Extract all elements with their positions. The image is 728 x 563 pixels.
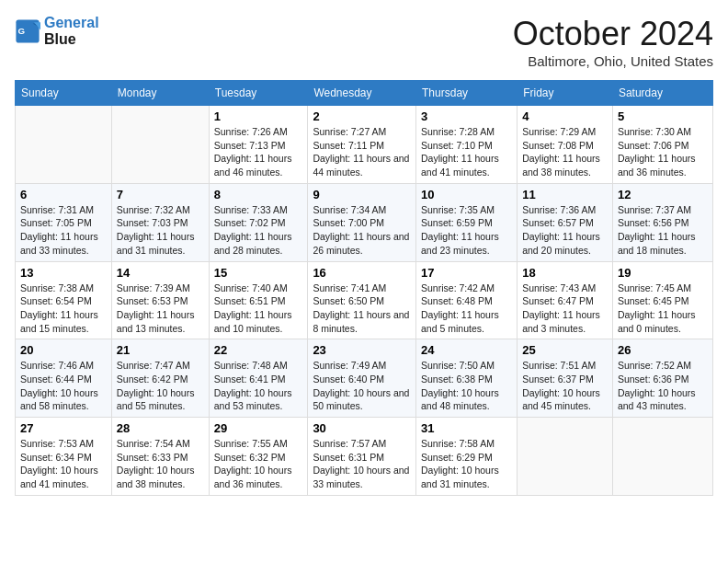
daylight-text: Daylight: 11 hours and 0 minutes. bbox=[618, 309, 696, 334]
day-info: Sunrise: 7:40 AM Sunset: 6:51 PM Dayligh… bbox=[214, 282, 303, 336]
sunrise-text: Sunrise: 7:47 AM bbox=[117, 360, 190, 371]
day-number: 1 bbox=[214, 109, 303, 123]
calendar-cell bbox=[111, 106, 209, 184]
sunset-text: Sunset: 6:37 PM bbox=[522, 373, 594, 385]
sunset-text: Sunset: 6:54 PM bbox=[20, 295, 92, 306]
calendar-cell: 3 Sunrise: 7:28 AM Sunset: 7:10 PM Dayli… bbox=[416, 106, 518, 184]
daylight-text: Daylight: 11 hours and 20 minutes. bbox=[522, 231, 600, 256]
calendar-cell bbox=[612, 418, 712, 496]
sunset-text: Sunset: 6:53 PM bbox=[117, 295, 188, 306]
day-info: Sunrise: 7:33 AM Sunset: 7:02 PM Dayligh… bbox=[214, 203, 303, 258]
sunrise-text: Sunrise: 7:36 AM bbox=[522, 204, 596, 215]
location: Baltimore, Ohio, United States bbox=[513, 53, 713, 69]
day-number: 2 bbox=[313, 109, 411, 123]
day-number: 21 bbox=[117, 343, 204, 357]
daylight-text: Daylight: 10 hours and 36 minutes. bbox=[214, 465, 292, 489]
day-info: Sunrise: 7:39 AM Sunset: 6:53 PM Dayligh… bbox=[117, 282, 204, 336]
day-info: Sunrise: 7:29 AM Sunset: 7:08 PM Dayligh… bbox=[522, 125, 608, 179]
sunrise-text: Sunrise: 7:50 AM bbox=[421, 360, 495, 371]
sunset-text: Sunset: 6:59 PM bbox=[421, 217, 493, 228]
sunset-text: Sunset: 7:06 PM bbox=[618, 140, 689, 151]
day-info: Sunrise: 7:43 AM Sunset: 6:47 PM Dayligh… bbox=[522, 282, 608, 336]
calendar-cell: 16 Sunrise: 7:41 AM Sunset: 6:50 PM Dayl… bbox=[308, 261, 416, 339]
day-info: Sunrise: 7:47 AM Sunset: 6:42 PM Dayligh… bbox=[117, 359, 204, 413]
daylight-text: Daylight: 10 hours and 55 minutes. bbox=[117, 387, 195, 412]
sunset-text: Sunset: 6:33 PM bbox=[117, 452, 188, 463]
sunrise-text: Sunrise: 7:49 AM bbox=[313, 360, 386, 371]
month-title: October 2024 bbox=[513, 15, 713, 53]
sunset-text: Sunset: 6:44 PM bbox=[20, 373, 92, 385]
sunset-text: Sunset: 7:11 PM bbox=[313, 140, 384, 151]
day-number: 29 bbox=[214, 421, 303, 435]
calendar-cell: 8 Sunrise: 7:33 AM Sunset: 7:02 PM Dayli… bbox=[209, 183, 308, 261]
sunrise-text: Sunrise: 7:53 AM bbox=[20, 438, 94, 449]
day-number: 13 bbox=[20, 266, 107, 280]
day-info: Sunrise: 7:50 AM Sunset: 6:38 PM Dayligh… bbox=[421, 359, 512, 413]
day-number: 5 bbox=[618, 109, 708, 123]
sunrise-text: Sunrise: 7:29 AM bbox=[522, 126, 596, 137]
sunrise-text: Sunrise: 7:42 AM bbox=[421, 282, 495, 293]
sunrise-text: Sunrise: 7:35 AM bbox=[421, 204, 495, 215]
day-number: 19 bbox=[618, 266, 708, 280]
sunset-text: Sunset: 7:03 PM bbox=[117, 217, 188, 228]
daylight-text: Daylight: 11 hours and 26 minutes. bbox=[313, 231, 409, 256]
weekday-header: Monday bbox=[111, 81, 209, 106]
sunrise-text: Sunrise: 7:57 AM bbox=[313, 438, 386, 449]
sunset-text: Sunset: 6:48 PM bbox=[421, 295, 493, 306]
calendar-cell: 26 Sunrise: 7:52 AM Sunset: 6:36 PM Dayl… bbox=[612, 339, 712, 418]
weekday-header: Sunday bbox=[16, 81, 112, 106]
calendar-row: 20 Sunrise: 7:46 AM Sunset: 6:44 PM Dayl… bbox=[16, 339, 713, 418]
calendar-cell: 13 Sunrise: 7:38 AM Sunset: 6:54 PM Dayl… bbox=[16, 261, 112, 339]
daylight-text: Daylight: 11 hours and 41 minutes. bbox=[421, 153, 499, 178]
day-number: 17 bbox=[421, 266, 512, 280]
daylight-text: Daylight: 10 hours and 38 minutes. bbox=[117, 465, 195, 489]
sunrise-text: Sunrise: 7:54 AM bbox=[117, 438, 190, 449]
sunrise-text: Sunrise: 7:33 AM bbox=[214, 204, 288, 215]
calendar-cell: 6 Sunrise: 7:31 AM Sunset: 7:05 PM Dayli… bbox=[16, 183, 112, 261]
day-info: Sunrise: 7:31 AM Sunset: 7:05 PM Dayligh… bbox=[20, 203, 107, 258]
sunrise-text: Sunrise: 7:38 AM bbox=[20, 282, 94, 293]
day-info: Sunrise: 7:45 AM Sunset: 6:45 PM Dayligh… bbox=[618, 282, 708, 336]
calendar-cell bbox=[16, 106, 112, 184]
daylight-text: Daylight: 10 hours and 33 minutes. bbox=[313, 465, 409, 489]
sunrise-text: Sunrise: 7:48 AM bbox=[214, 360, 288, 371]
calendar-cell: 25 Sunrise: 7:51 AM Sunset: 6:37 PM Dayl… bbox=[518, 339, 613, 418]
calendar-cell: 4 Sunrise: 7:29 AM Sunset: 7:08 PM Dayli… bbox=[518, 106, 613, 184]
weekday-header: Wednesday bbox=[308, 81, 416, 106]
sunrise-text: Sunrise: 7:34 AM bbox=[313, 204, 386, 215]
calendar-cell: 10 Sunrise: 7:35 AM Sunset: 6:59 PM Dayl… bbox=[416, 183, 518, 261]
day-info: Sunrise: 7:49 AM Sunset: 6:40 PM Dayligh… bbox=[313, 359, 411, 413]
sunset-text: Sunset: 7:02 PM bbox=[214, 217, 286, 228]
calendar-cell: 5 Sunrise: 7:30 AM Sunset: 7:06 PM Dayli… bbox=[612, 106, 712, 184]
daylight-text: Daylight: 11 hours and 23 minutes. bbox=[421, 231, 499, 256]
daylight-text: Daylight: 11 hours and 13 minutes. bbox=[117, 309, 195, 334]
sunrise-text: Sunrise: 7:43 AM bbox=[522, 282, 596, 293]
sunrise-text: Sunrise: 7:30 AM bbox=[618, 126, 691, 137]
day-info: Sunrise: 7:55 AM Sunset: 6:32 PM Dayligh… bbox=[214, 437, 303, 491]
logo: G General Blue bbox=[15, 15, 99, 47]
calendar-cell: 15 Sunrise: 7:40 AM Sunset: 6:51 PM Dayl… bbox=[209, 261, 308, 339]
day-number: 11 bbox=[522, 188, 608, 201]
calendar-cell: 14 Sunrise: 7:39 AM Sunset: 6:53 PM Dayl… bbox=[111, 261, 209, 339]
day-info: Sunrise: 7:51 AM Sunset: 6:37 PM Dayligh… bbox=[522, 359, 608, 413]
day-number: 3 bbox=[421, 109, 512, 123]
daylight-text: Daylight: 11 hours and 10 minutes. bbox=[214, 309, 292, 334]
sunset-text: Sunset: 6:38 PM bbox=[421, 373, 493, 385]
daylight-text: Daylight: 11 hours and 36 minutes. bbox=[618, 153, 696, 178]
sunset-text: Sunset: 6:56 PM bbox=[618, 217, 689, 228]
daylight-text: Daylight: 11 hours and 18 minutes. bbox=[618, 231, 696, 256]
day-number: 28 bbox=[117, 421, 204, 435]
daylight-text: Daylight: 11 hours and 33 minutes. bbox=[20, 231, 98, 256]
sunset-text: Sunset: 7:00 PM bbox=[313, 217, 384, 228]
calendar-cell: 19 Sunrise: 7:45 AM Sunset: 6:45 PM Dayl… bbox=[612, 261, 712, 339]
day-number: 7 bbox=[117, 188, 204, 201]
sunset-text: Sunset: 7:05 PM bbox=[20, 217, 92, 228]
sunset-text: Sunset: 6:34 PM bbox=[20, 452, 92, 463]
day-number: 14 bbox=[117, 266, 204, 280]
day-number: 10 bbox=[421, 188, 512, 201]
svg-text:G: G bbox=[18, 25, 26, 35]
daylight-text: Daylight: 11 hours and 31 minutes. bbox=[117, 231, 195, 256]
daylight-text: Daylight: 11 hours and 38 minutes. bbox=[522, 153, 600, 178]
sunset-text: Sunset: 6:36 PM bbox=[618, 373, 689, 385]
weekday-header: Friday bbox=[518, 81, 613, 106]
